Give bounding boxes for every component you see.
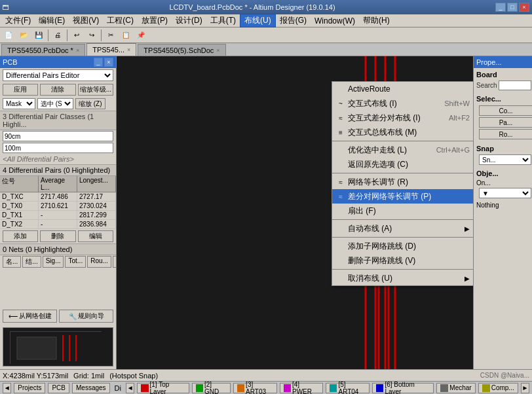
layer-nav-right[interactable]: ► bbox=[521, 383, 529, 393]
route-btn[interactable]: Ro... bbox=[479, 129, 532, 139]
tab-pcb[interactable]: PCB bbox=[48, 383, 69, 393]
tab-close-3[interactable]: × bbox=[216, 47, 219, 54]
ctx-optimize-route[interactable]: 优化选中走线 (L) Ctrl+Alt+G bbox=[332, 143, 473, 157]
filter-zoom-btn[interactable]: 缩放 (Z) bbox=[75, 98, 105, 109]
tab-schdoc[interactable]: TPS54550(5).SchDoc × bbox=[138, 44, 225, 56]
layer-top-color bbox=[141, 384, 148, 392]
pad-btn[interactable]: Pa... bbox=[479, 117, 532, 128]
ctx-diff-pair-route[interactable]: ≈ 交互式差分对布线 (I) Alt+F2 bbox=[332, 111, 473, 125]
pairs-table: 位号 Average L... Longest... D_TXC 2717.48… bbox=[0, 176, 116, 229]
comp-btn[interactable]: Co... bbox=[479, 105, 532, 116]
tb-cut[interactable]: ✂ bbox=[104, 29, 118, 42]
table-row[interactable]: D_TX1 - 2817.299 bbox=[0, 211, 116, 220]
ctx-add-subnet[interactable]: 添加子网络跳线 (D) bbox=[332, 239, 473, 253]
menu-design[interactable]: 设计(D) bbox=[172, 14, 206, 27]
menu-tools[interactable]: 工具(T) bbox=[206, 14, 240, 27]
maximize-btn[interactable]: □ bbox=[507, 3, 518, 12]
table-row[interactable]: D_TX0 2710.621 2730.024 bbox=[0, 202, 116, 211]
search-input[interactable] bbox=[499, 81, 531, 90]
menu-project[interactable]: 工程(C) bbox=[103, 14, 138, 27]
minimize-btn[interactable]: _ bbox=[495, 3, 506, 12]
tb-paste[interactable]: 📌 bbox=[134, 29, 148, 42]
ctx-interactive-route[interactable]: ~ 交互式布线 (I) Shift+W bbox=[332, 96, 473, 111]
layer-nav-left[interactable]: ◄ bbox=[126, 383, 134, 393]
menu-report[interactable]: 报告(G) bbox=[276, 14, 311, 27]
tab-pcbdoc1[interactable]: TPS54550.PcbDoc * × bbox=[1, 44, 85, 56]
zoom-btn[interactable]: 缩放等级... bbox=[78, 84, 113, 96]
layer-art04[interactable]: [5] ART04 bbox=[326, 383, 370, 393]
filter-mask-select[interactable]: Mask bbox=[3, 98, 35, 109]
editor-type-select[interactable]: Differential Pairs Editor bbox=[3, 69, 113, 81]
menu-window[interactable]: Window(W) bbox=[311, 16, 359, 26]
tab-projects[interactable]: Projects bbox=[14, 383, 45, 393]
close-btn[interactable]: × bbox=[519, 3, 529, 12]
context-menu[interactable]: ActiveRoute ~ 交互式布线 (I) Shift+W ≈ 交互式差分对… bbox=[332, 81, 473, 286]
ctx-fanout[interactable]: 扇出 (F) bbox=[332, 204, 473, 218]
layer-art03-color bbox=[237, 384, 244, 392]
tb-redo[interactable]: ↪ bbox=[85, 29, 99, 42]
layer-pwer[interactable]: [4] PWER bbox=[280, 383, 324, 393]
menu-file[interactable]: 文件(F) bbox=[1, 14, 35, 27]
nets-section: 0 Nets (0 Highlighted) bbox=[0, 243, 116, 255]
ctx-auto-route[interactable]: 自动布线 (A) ▶ bbox=[332, 221, 473, 236]
window-controls[interactable]: _ □ × bbox=[495, 3, 529, 12]
table-row[interactable]: D_TXC 2717.486 2727.17 bbox=[0, 192, 116, 202]
minimap[interactable] bbox=[3, 327, 113, 367]
net-tab-4[interactable]: Rou... bbox=[87, 256, 111, 268]
tb-print[interactable]: 🖨 bbox=[50, 29, 65, 42]
menu-place[interactable]: 放置(P) bbox=[138, 14, 172, 27]
tab-messages[interactable]: Messages bbox=[72, 383, 110, 393]
ctx-diff-net-length-tune[interactable]: ≈ 差分对网络等长调节 (P) bbox=[332, 189, 473, 204]
remove-pair-btn[interactable]: 删除 bbox=[40, 230, 75, 242]
add-pair-btn[interactable]: 添加 bbox=[3, 230, 38, 242]
menu-help[interactable]: 帮助(H) bbox=[359, 14, 394, 27]
panel-controls[interactable]: _ × bbox=[94, 58, 113, 67]
tb-new[interactable]: 📄 bbox=[1, 29, 16, 42]
menu-view[interactable]: 视图(V) bbox=[69, 14, 103, 27]
layer-gnd[interactable]: [2] GND bbox=[192, 383, 231, 393]
menu-route[interactable]: 布线(U) bbox=[240, 14, 276, 27]
tab-close-1[interactable]: × bbox=[76, 47, 79, 54]
pcb-canvas[interactable]: ActiveRoute ~ 交互式布线 (I) Shift+W ≈ 交互式差分对… bbox=[117, 56, 473, 369]
layer-pwer-color bbox=[284, 384, 291, 392]
window-title: LCDTV_board.PcbDoc * - Altium Designer (… bbox=[9, 3, 495, 11]
ctx-unroute-arrow: ▶ bbox=[465, 275, 470, 282]
ctx-unroute[interactable]: 取消布线 (U) ▶ bbox=[332, 271, 473, 285]
tb-copy[interactable]: 📋 bbox=[119, 29, 133, 42]
panel-minimize[interactable]: _ bbox=[94, 58, 103, 67]
net-tab-3[interactable]: Tot... bbox=[65, 256, 86, 268]
tab-close-2[interactable]: × bbox=[127, 46, 130, 53]
rule-wizard-btn[interactable]: 🔧 规则向导 bbox=[59, 310, 113, 323]
nav-prev[interactable]: ◄ bbox=[3, 383, 11, 393]
net-tab-2[interactable]: Sig... bbox=[43, 256, 64, 268]
ctx-activeroute[interactable]: ActiveRoute bbox=[332, 82, 473, 96]
object-dropdown[interactable]: ▼ bbox=[479, 188, 531, 198]
row2-name: D_TX1 bbox=[0, 211, 39, 219]
menu-edit[interactable]: 编辑(E) bbox=[35, 14, 69, 27]
layer-comp[interactable]: Comp... bbox=[478, 383, 518, 393]
ctx-del-subnet[interactable]: 删除子网络跳线 (V) bbox=[332, 253, 473, 268]
tb-open[interactable]: 📂 bbox=[16, 29, 31, 42]
layer-art03[interactable]: [3] ART03 bbox=[233, 383, 277, 393]
tb-undo[interactable]: ↩ bbox=[69, 29, 84, 42]
tab-pcbdoc2[interactable]: TPS545... × bbox=[86, 43, 136, 56]
layer-bottom[interactable]: [6] Bottom Layer bbox=[372, 383, 434, 393]
from-net-btn[interactable]: ⟵ 从网络创建 bbox=[3, 310, 57, 323]
table-row[interactable]: D_TX2 - 2836.984 bbox=[0, 220, 116, 229]
ctx-bus-route[interactable]: ≡ 交互式总线布线 (M) bbox=[332, 125, 473, 139]
ctx-net-length-tune[interactable]: ≈ 网络等长调节 (R) bbox=[332, 175, 473, 189]
tb-save[interactable]: 💾 bbox=[31, 29, 46, 42]
net-tab-0[interactable]: 名... bbox=[3, 256, 21, 268]
edit-pair-btn[interactable]: 编辑 bbox=[78, 230, 113, 242]
panel-close[interactable]: × bbox=[104, 58, 113, 67]
clear-btn[interactable]: 清除 bbox=[40, 84, 75, 96]
net-tab-1[interactable]: 结... bbox=[22, 256, 41, 268]
value1-input[interactable] bbox=[3, 131, 113, 141]
layer-mechar[interactable]: Mechar bbox=[436, 383, 475, 393]
apply-btn[interactable]: 应用 bbox=[3, 84, 38, 96]
snap-select[interactable]: Sn... bbox=[479, 154, 531, 165]
layer-top[interactable]: [1] Top Layer bbox=[137, 383, 189, 393]
ctx-return-prev[interactable]: 返回原先选项 (C) bbox=[332, 157, 473, 171]
value2-input[interactable] bbox=[3, 143, 113, 153]
filter-select-select[interactable]: 选中 (S) bbox=[37, 98, 73, 109]
